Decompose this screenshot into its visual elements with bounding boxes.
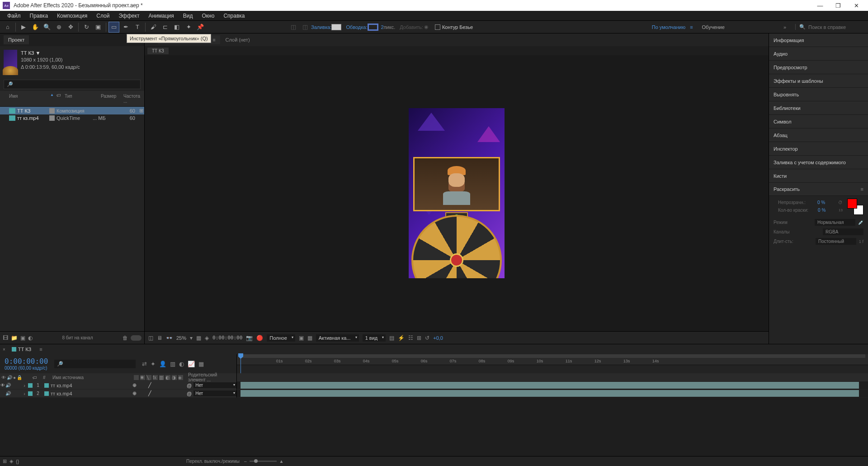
layer-audio-icon[interactable]: 🔊 bbox=[5, 391, 11, 396]
panel-brushes[interactable]: Кисти bbox=[769, 169, 868, 183]
timeline-tab[interactable]: ТТ КЗ bbox=[8, 345, 35, 353]
toggle-in-out-icon[interactable]: {} bbox=[16, 459, 19, 464]
stroke-swatch[interactable] bbox=[368, 24, 378, 31]
timeline-layer-1[interactable]: 👁 🔊 › 1 тт кз.mp4 ⊕╱ @Нет bbox=[0, 381, 868, 390]
reset-exposure-icon[interactable]: ↺ bbox=[425, 335, 429, 341]
col-solo-icon[interactable]: ● bbox=[13, 375, 16, 380]
mode-3d-icon[interactable]: ◈ bbox=[178, 375, 183, 380]
view-dropdown[interactable]: 1 вид bbox=[363, 334, 386, 342]
zoom-out-icon[interactable]: – bbox=[244, 459, 247, 464]
col-eye-icon[interactable]: 👁 bbox=[1, 375, 6, 380]
toggle-modes-icon[interactable]: ◈ bbox=[9, 458, 13, 464]
project-tab[interactable]: Проект bbox=[4, 35, 29, 44]
zoom-tool-icon[interactable]: 🔍 bbox=[42, 22, 52, 33]
parent-pickwhip-icon[interactable]: @ bbox=[187, 383, 192, 388]
paint-color-swatches[interactable] bbox=[847, 199, 863, 215]
fast-preview-icon[interactable]: ⚡ bbox=[398, 335, 405, 341]
layer-expand-icon[interactable]: › bbox=[22, 391, 27, 396]
menu-animation[interactable]: Анимация bbox=[144, 11, 178, 20]
shy-icon[interactable]: 👤 bbox=[159, 361, 166, 367]
home-tool-icon[interactable]: ⌂ bbox=[2, 22, 13, 33]
menu-help[interactable]: Справка bbox=[219, 11, 249, 20]
timeline-tab-menu-icon[interactable]: ≡ bbox=[39, 347, 42, 352]
folder-icon[interactable]: 📁 bbox=[11, 335, 18, 341]
minimize-button[interactable]: — bbox=[811, 0, 829, 11]
adjustment-icon[interactable]: ◐ bbox=[28, 335, 33, 341]
mode-quality-icon[interactable]: ╲ bbox=[146, 375, 151, 380]
menu-edit[interactable]: Правка bbox=[25, 11, 53, 20]
alpha-icon[interactable]: ◫ bbox=[148, 335, 153, 341]
graph-editor-icon[interactable]: 📈 bbox=[188, 361, 195, 367]
menu-file[interactable]: Файл bbox=[3, 11, 25, 20]
menu-composition[interactable]: Композиция bbox=[52, 11, 92, 20]
col-freq[interactable]: Частота ... bbox=[122, 93, 144, 105]
close-timeline-tab-icon[interactable]: × bbox=[3, 347, 5, 352]
snapshot-icon[interactable]: 📷 bbox=[246, 335, 253, 341]
roi-icon[interactable]: ▣ bbox=[299, 335, 304, 341]
parent-dropdown[interactable]: Нет bbox=[193, 390, 236, 396]
workspace-menu-icon[interactable]: ≡ bbox=[690, 24, 693, 30]
exposure-value[interactable]: +0,0 bbox=[433, 335, 443, 341]
type-tool-icon[interactable]: T bbox=[132, 22, 143, 33]
tab-menu-icon[interactable]: ≡ bbox=[212, 37, 215, 43]
pen-tool-icon[interactable]: ✒ bbox=[120, 22, 131, 33]
layer-audio-icon[interactable]: 🔊 bbox=[5, 383, 11, 388]
fill-label[interactable]: Заливка: bbox=[311, 24, 331, 30]
foreground-color[interactable] bbox=[847, 199, 857, 209]
zoom-level[interactable]: 25% bbox=[176, 335, 186, 341]
project-item-video[interactable]: тт кз.mp4 QuickTime ... МБ 60 bbox=[0, 114, 144, 122]
eyedropper-icon[interactable]: 💉 bbox=[858, 220, 863, 225]
rectangle-tool-icon[interactable]: ▭ bbox=[108, 22, 119, 33]
panel-effects[interactable]: Эффекты и шаблоны bbox=[769, 74, 868, 88]
help-search-input[interactable] bbox=[808, 24, 863, 30]
flowchart-icon[interactable]: ⊞ bbox=[417, 335, 421, 341]
composition-viewer[interactable] bbox=[145, 55, 769, 331]
parent-dropdown[interactable]: Нет bbox=[193, 382, 236, 388]
layer-shy[interactable]: ⊕ bbox=[132, 382, 137, 388]
timeline-ruler[interactable]: 01s02s03s04s05s06s07s08s09s10s11s12s13s1… bbox=[237, 354, 868, 365]
project-item-comp[interactable]: ТТ КЗ Композиция 60 ⊞ bbox=[0, 107, 144, 114]
interpret-icon[interactable]: 🎞 bbox=[3, 335, 8, 341]
col-number[interactable]: # bbox=[42, 375, 51, 380]
pan-behind-tool-icon[interactable]: ✥ bbox=[65, 22, 76, 33]
transparency-icon[interactable]: ▦ bbox=[307, 335, 312, 341]
eraser-tool-icon[interactable]: ◧ bbox=[171, 22, 182, 33]
trash-icon[interactable]: 🗑 bbox=[123, 335, 128, 341]
brush-tool-icon[interactable]: 🖌 bbox=[148, 22, 159, 33]
puppet-tool-icon[interactable]: 📌 bbox=[195, 22, 206, 33]
zoom-dropdown-icon[interactable]: ▾ bbox=[190, 335, 193, 341]
mode-adjust-icon[interactable]: ◑ bbox=[172, 375, 177, 380]
col-name[interactable]: Имя bbox=[0, 93, 50, 105]
mode-fx-icon[interactable]: fx bbox=[153, 375, 158, 380]
layer-quality[interactable]: ╱ bbox=[148, 382, 151, 388]
fill-swatch[interactable] bbox=[331, 24, 341, 30]
maximize-button[interactable]: ❐ bbox=[829, 0, 847, 11]
duration-dropdown[interactable]: Постоянный bbox=[816, 238, 856, 245]
col-parent[interactable]: Родительский элемент ... bbox=[187, 372, 236, 382]
channels-dropdown[interactable]: RGBA bbox=[823, 228, 863, 235]
3d-icon[interactable]: 👓 bbox=[166, 335, 173, 341]
sort-icon[interactable]: ▲ bbox=[50, 93, 54, 105]
panel-content-aware-fill[interactable]: Заливка с учетом содержимого bbox=[769, 156, 868, 169]
comp-mini-flowchart-icon[interactable]: ⇄ bbox=[142, 361, 147, 367]
current-time[interactable]: 0:00:00:00 bbox=[212, 335, 242, 341]
col-audio-icon[interactable]: 🔊 bbox=[7, 375, 12, 380]
menu-view[interactable]: Вид bbox=[179, 11, 198, 20]
snap2-icon[interactable]: ◫ bbox=[300, 22, 311, 33]
pixel-ar-icon[interactable]: ▤ bbox=[389, 335, 394, 341]
panel-align[interactable]: Выровнять bbox=[769, 88, 868, 101]
mode-frame-blend-icon[interactable]: ▥ bbox=[159, 375, 164, 380]
col-source-name[interactable]: Имя источника bbox=[51, 375, 132, 380]
camera-tool-icon[interactable]: ▣ bbox=[93, 22, 104, 33]
add-dropdown-icon[interactable]: ◉ bbox=[424, 24, 429, 30]
stroke-label[interactable]: Обводка: bbox=[346, 24, 367, 30]
panel-inspector[interactable]: Инспектор bbox=[769, 142, 868, 156]
menu-effect[interactable]: Эффект bbox=[114, 11, 144, 20]
learn-link[interactable]: Обучение bbox=[702, 24, 725, 30]
camera-dropdown[interactable]: Активная ка... bbox=[316, 334, 359, 342]
panel-preview[interactable]: Предпросмотр bbox=[769, 61, 868, 74]
toggle-switches-icon[interactable]: ⊞ bbox=[3, 458, 7, 464]
timeline-search-input[interactable] bbox=[63, 361, 133, 366]
layer-expand-icon[interactable]: › bbox=[22, 383, 27, 388]
toggle-switches-label[interactable]: Перекл. выключ./режимы bbox=[186, 459, 240, 464]
